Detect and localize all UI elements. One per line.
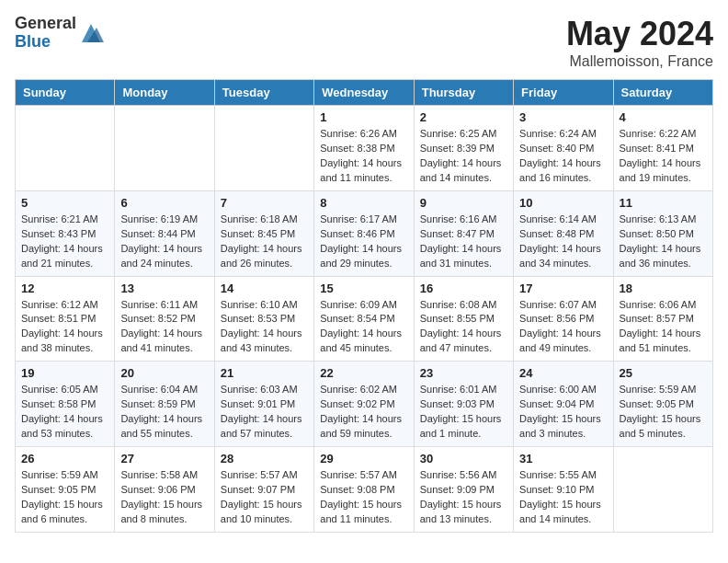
day-info: Sunrise: 6:19 AMSunset: 8:44 PMDaylight:… (120, 213, 208, 271)
day-info-line: Sunrise: 5:57 AM (221, 468, 308, 483)
calendar-week-row: 26Sunrise: 5:59 AMSunset: 9:05 PMDayligh… (16, 447, 713, 533)
calendar-cell: 10Sunrise: 6:14 AMSunset: 8:48 PMDayligh… (514, 190, 613, 276)
day-info-line: Daylight: 14 hours (320, 242, 407, 257)
day-info-line: Sunset: 9:09 PM (420, 483, 507, 498)
calendar-cell: 15Sunrise: 6:09 AMSunset: 8:54 PMDayligh… (314, 276, 414, 362)
calendar-cell: 12Sunrise: 6:12 AMSunset: 8:51 PMDayligh… (16, 276, 115, 362)
day-number: 24 (519, 366, 607, 380)
day-info-line: Daylight: 14 hours (120, 327, 208, 341)
day-info: Sunrise: 6:17 AMSunset: 8:46 PMDaylight:… (320, 213, 407, 271)
weekday-header: Friday (514, 80, 613, 106)
day-info-line: and 53 minutes. (21, 427, 108, 442)
day-info-line: and 21 minutes. (21, 257, 108, 271)
calendar-cell (214, 106, 313, 191)
calendar-cell: 31Sunrise: 5:55 AMSunset: 9:10 PMDayligh… (514, 447, 613, 533)
logo-blue: Blue (15, 33, 76, 52)
calendar-cell (16, 106, 115, 191)
day-number: 1 (320, 110, 407, 124)
calendar-week-row: 1Sunrise: 6:26 AMSunset: 8:38 PMDaylight… (16, 106, 713, 191)
day-info-line: Sunrise: 6:05 AM (21, 383, 108, 397)
day-info: Sunrise: 6:08 AMSunset: 8:55 PMDaylight:… (420, 298, 507, 357)
title-block: May 2024 Mallemoisson, France (566, 15, 713, 70)
day-info-line: Sunset: 8:46 PM (320, 227, 407, 242)
calendar-cell: 30Sunrise: 5:56 AMSunset: 9:09 PMDayligh… (414, 447, 513, 533)
day-number: 28 (221, 452, 308, 465)
weekday-header: Wednesday (314, 80, 414, 106)
calendar-cell: 5Sunrise: 6:21 AMSunset: 8:43 PMDaylight… (16, 190, 115, 276)
day-info-line: Daylight: 14 hours (420, 327, 507, 341)
day-info-line: Sunrise: 6:11 AM (120, 298, 208, 313)
day-info-line: Sunset: 9:10 PM (519, 483, 607, 498)
calendar-cell: 13Sunrise: 6:11 AMSunset: 8:52 PMDayligh… (115, 276, 214, 362)
day-info-line: Sunset: 8:57 PM (620, 312, 707, 327)
day-info-line: and 16 minutes. (519, 171, 607, 186)
day-info-line: Daylight: 14 hours (21, 327, 108, 341)
day-info: Sunrise: 6:26 AMSunset: 8:38 PMDaylight:… (320, 127, 407, 186)
day-number: 18 (620, 282, 707, 295)
day-info-line: Sunset: 8:59 PM (120, 397, 208, 412)
day-number: 7 (221, 196, 308, 210)
calendar-week-row: 12Sunrise: 6:12 AMSunset: 8:51 PMDayligh… (16, 276, 713, 362)
day-info-line: and 34 minutes. (519, 257, 607, 271)
day-info-line: Sunrise: 6:18 AM (221, 213, 308, 227)
calendar-cell: 14Sunrise: 6:10 AMSunset: 8:53 PMDayligh… (214, 276, 313, 362)
month-title: May 2024 (566, 15, 713, 53)
day-info-line: Sunset: 8:56 PM (519, 312, 607, 327)
calendar-cell: 29Sunrise: 5:57 AMSunset: 9:08 PMDayligh… (314, 447, 414, 533)
calendar-cell: 25Sunrise: 5:59 AMSunset: 9:05 PMDayligh… (613, 362, 712, 447)
day-info-line: Sunset: 8:48 PM (519, 227, 607, 242)
day-info-line: and 8 minutes. (120, 512, 208, 527)
day-info-line: Sunset: 8:43 PM (21, 227, 108, 242)
day-info: Sunrise: 6:01 AMSunset: 9:03 PMDaylight:… (420, 383, 507, 442)
day-number: 22 (320, 366, 407, 380)
day-info-line: Sunrise: 6:01 AM (420, 383, 507, 397)
day-info: Sunrise: 6:13 AMSunset: 8:50 PMDaylight:… (620, 213, 707, 271)
day-info-line: and 57 minutes. (221, 427, 308, 442)
day-info: Sunrise: 6:10 AMSunset: 8:53 PMDaylight:… (221, 298, 308, 357)
day-info: Sunrise: 6:18 AMSunset: 8:45 PMDaylight:… (221, 213, 308, 271)
day-info-line: Sunrise: 6:08 AM (420, 298, 507, 313)
day-info-line: Sunset: 9:01 PM (221, 397, 308, 412)
day-info-line: Sunrise: 5:56 AM (420, 468, 507, 483)
day-info-line: Daylight: 15 hours (620, 412, 707, 427)
day-info-line: Sunrise: 6:22 AM (620, 127, 707, 142)
day-info-line: Sunrise: 6:12 AM (21, 298, 108, 313)
day-info-line: Sunset: 8:38 PM (320, 142, 407, 156)
day-info: Sunrise: 6:06 AMSunset: 8:57 PMDaylight:… (620, 298, 707, 357)
day-info-line: Daylight: 14 hours (620, 156, 707, 171)
day-number: 4 (620, 110, 707, 124)
calendar-cell: 26Sunrise: 5:59 AMSunset: 9:05 PMDayligh… (16, 447, 115, 533)
day-info: Sunrise: 6:07 AMSunset: 8:56 PMDaylight:… (519, 298, 607, 357)
day-info: Sunrise: 5:56 AMSunset: 9:09 PMDaylight:… (420, 468, 507, 527)
day-info-line: Daylight: 15 hours (519, 498, 607, 512)
day-info-line: and 31 minutes. (420, 257, 507, 271)
day-info-line: Sunset: 9:08 PM (320, 483, 407, 498)
calendar-cell: 20Sunrise: 6:04 AMSunset: 8:59 PMDayligh… (115, 362, 214, 447)
day-info-line: and 59 minutes. (320, 427, 407, 442)
day-number: 31 (519, 452, 607, 465)
day-info: Sunrise: 5:59 AMSunset: 9:05 PMDaylight:… (620, 383, 707, 442)
calendar-cell: 18Sunrise: 6:06 AMSunset: 8:57 PMDayligh… (613, 276, 712, 362)
day-info: Sunrise: 6:05 AMSunset: 8:58 PMDaylight:… (21, 383, 108, 442)
calendar-cell: 6Sunrise: 6:19 AMSunset: 8:44 PMDaylight… (115, 190, 214, 276)
day-info-line: Daylight: 14 hours (221, 412, 308, 427)
day-info-line: Daylight: 14 hours (519, 327, 607, 341)
day-number: 17 (519, 282, 607, 295)
day-info: Sunrise: 6:22 AMSunset: 8:41 PMDaylight:… (620, 127, 707, 186)
day-info-line: Sunset: 8:44 PM (120, 227, 208, 242)
day-info-line: and 47 minutes. (420, 341, 507, 356)
day-info-line: Sunrise: 6:17 AM (320, 213, 407, 227)
day-info-line: and 29 minutes. (320, 257, 407, 271)
day-info-line: Sunset: 8:54 PM (320, 312, 407, 327)
calendar-header-row: SundayMondayTuesdayWednesdayThursdayFrid… (16, 80, 713, 106)
day-info-line: Sunrise: 6:10 AM (221, 298, 308, 313)
day-info-line: Daylight: 15 hours (21, 498, 108, 512)
day-info-line: Daylight: 15 hours (120, 498, 208, 512)
day-info-line: and 11 minutes. (320, 512, 407, 527)
day-number: 27 (120, 452, 208, 465)
day-info-line: Sunrise: 6:07 AM (519, 298, 607, 313)
day-info-line: Daylight: 14 hours (120, 242, 208, 257)
calendar-cell: 23Sunrise: 6:01 AMSunset: 9:03 PMDayligh… (414, 362, 513, 447)
day-info-line: Sunset: 9:05 PM (620, 397, 707, 412)
day-info-line: Sunset: 8:45 PM (221, 227, 308, 242)
